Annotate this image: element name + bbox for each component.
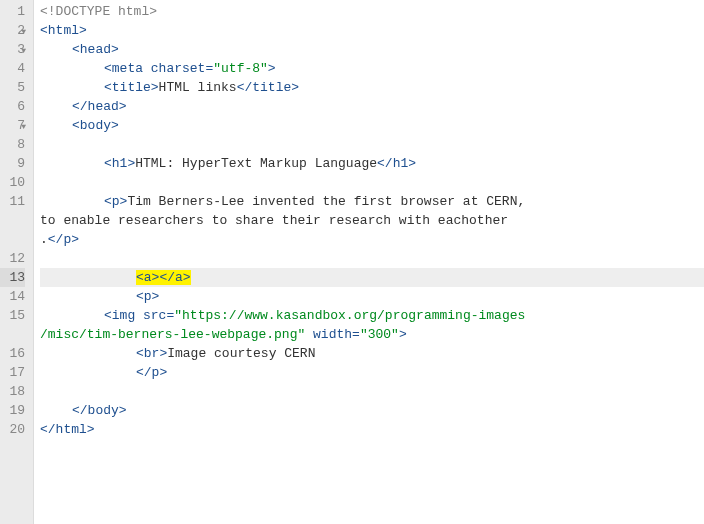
code-line[interactable]: <br>Image courtesy CERN bbox=[40, 344, 704, 363]
code-line[interactable]: </html> bbox=[40, 420, 704, 439]
tag-token: <body> bbox=[72, 118, 119, 133]
code-editor[interactable]: 1 2▼ 3▼ 4 5 6 7▼ 8 9 10 11 12 13 14 15 1… bbox=[0, 0, 704, 524]
code-line[interactable]: <h1>HTML: HyperText Markup Language</h1> bbox=[40, 154, 704, 173]
tag-token: </head> bbox=[72, 99, 127, 114]
gutter-line: 11 bbox=[0, 192, 25, 211]
tag-token: </a> bbox=[159, 270, 190, 285]
tag-token: <head> bbox=[72, 42, 119, 57]
code-line[interactable]: <title>HTML links</title> bbox=[40, 78, 704, 97]
gutter-line bbox=[0, 230, 25, 249]
code-line[interactable]: <!DOCTYPE html> bbox=[40, 2, 704, 21]
tag-token: </body> bbox=[72, 403, 127, 418]
text-token: Image courtesy CERN bbox=[167, 346, 315, 361]
code-line[interactable]: <p>Tim Berners-Lee invented the first br… bbox=[40, 192, 704, 211]
text-token: to enable researchers to share their res… bbox=[40, 213, 508, 228]
gutter-line: 8 bbox=[0, 135, 25, 154]
gutter-line: 4 bbox=[0, 59, 25, 78]
gutter-line: 10 bbox=[0, 173, 25, 192]
text-token: HTML links bbox=[159, 80, 237, 95]
code-line-wrap[interactable]: to enable researchers to share their res… bbox=[40, 211, 704, 230]
gutter-line: 7▼ bbox=[0, 116, 25, 135]
attr-value-token: "300" bbox=[360, 327, 399, 342]
gutter-line: 1 bbox=[0, 2, 25, 21]
gutter-line: 12 bbox=[0, 249, 25, 268]
code-line[interactable] bbox=[40, 173, 704, 192]
tag-token: <title> bbox=[104, 80, 159, 95]
attr-value-token: "https://www.kasandbox.org/programming-i… bbox=[174, 308, 525, 323]
tag-token: </title> bbox=[237, 80, 299, 95]
fold-arrow-icon[interactable]: ▼ bbox=[21, 40, 26, 59]
code-line[interactable]: <p> bbox=[40, 287, 704, 306]
fold-arrow-icon[interactable]: ▼ bbox=[21, 21, 26, 40]
code-line-wrap[interactable]: /misc/tim-berners-lee-webpage.png" width… bbox=[40, 325, 704, 344]
code-line[interactable]: </body> bbox=[40, 401, 704, 420]
line-gutter: 1 2▼ 3▼ 4 5 6 7▼ 8 9 10 11 12 13 14 15 1… bbox=[0, 0, 34, 524]
attr-value-token: /misc/tim-berners-lee-webpage.png" bbox=[40, 327, 305, 342]
tag-token: </p> bbox=[136, 365, 167, 380]
gutter-line: 15 bbox=[0, 306, 25, 325]
tag-token: <meta bbox=[104, 61, 151, 76]
code-line-active[interactable]: <a></a> bbox=[40, 268, 704, 287]
tag-token: <br> bbox=[136, 346, 167, 361]
gutter-line-active: 13 bbox=[0, 268, 25, 287]
tag-token: <a> bbox=[136, 270, 159, 285]
text-token: HTML: HyperText Markup Language bbox=[135, 156, 377, 171]
gutter-line bbox=[0, 325, 25, 344]
tag-token: <img bbox=[104, 308, 143, 323]
tag-token: <h1> bbox=[104, 156, 135, 171]
equals-token: = bbox=[352, 327, 360, 342]
gutter-line: 3▼ bbox=[0, 40, 25, 59]
gutter-line: 6 bbox=[0, 97, 25, 116]
code-line[interactable]: </head> bbox=[40, 97, 704, 116]
gutter-line: 17 bbox=[0, 363, 25, 382]
gutter-line: 20 bbox=[0, 420, 25, 439]
gutter-line: 16 bbox=[0, 344, 25, 363]
gutter-line: 14 bbox=[0, 287, 25, 306]
tag-token: > bbox=[268, 61, 276, 76]
code-line[interactable] bbox=[40, 382, 704, 401]
code-line[interactable] bbox=[40, 249, 704, 268]
tag-token: </html> bbox=[40, 422, 95, 437]
doctype-token: <!DOCTYPE html> bbox=[40, 4, 157, 19]
tag-token: </p> bbox=[48, 232, 79, 247]
attr-name-token: src bbox=[143, 308, 166, 323]
attr-value-token: "utf-8" bbox=[213, 61, 268, 76]
code-line[interactable]: <head> bbox=[40, 40, 704, 59]
code-line[interactable]: <html> bbox=[40, 21, 704, 40]
fold-arrow-icon[interactable]: ▼ bbox=[21, 116, 26, 135]
selection-highlight: <a></a> bbox=[136, 270, 191, 285]
attr-name-token: width bbox=[305, 327, 352, 342]
code-line[interactable]: </p> bbox=[40, 363, 704, 382]
gutter-line: 5 bbox=[0, 78, 25, 97]
code-line[interactable]: <meta charset="utf-8"> bbox=[40, 59, 704, 78]
gutter-line: 2▼ bbox=[0, 21, 25, 40]
text-token: . bbox=[40, 232, 48, 247]
tag-token: </h1> bbox=[377, 156, 416, 171]
code-area[interactable]: <!DOCTYPE html> <html> <head> <meta char… bbox=[34, 0, 704, 524]
code-line[interactable]: <img src="https://www.kasandbox.org/prog… bbox=[40, 306, 704, 325]
tag-token: <p> bbox=[104, 194, 127, 209]
tag-token: <p> bbox=[136, 289, 159, 304]
text-token: Tim Berners-Lee invented the first brows… bbox=[127, 194, 533, 209]
gutter-line: 19 bbox=[0, 401, 25, 420]
attr-name-token: charset bbox=[151, 61, 206, 76]
code-line[interactable]: <body> bbox=[40, 116, 704, 135]
tag-token: <html> bbox=[40, 23, 87, 38]
gutter-line: 18 bbox=[0, 382, 25, 401]
code-line[interactable] bbox=[40, 135, 704, 154]
gutter-line: 9 bbox=[0, 154, 25, 173]
code-line-wrap[interactable]: .</p> bbox=[40, 230, 704, 249]
gutter-line bbox=[0, 211, 25, 230]
tag-token: > bbox=[399, 327, 407, 342]
